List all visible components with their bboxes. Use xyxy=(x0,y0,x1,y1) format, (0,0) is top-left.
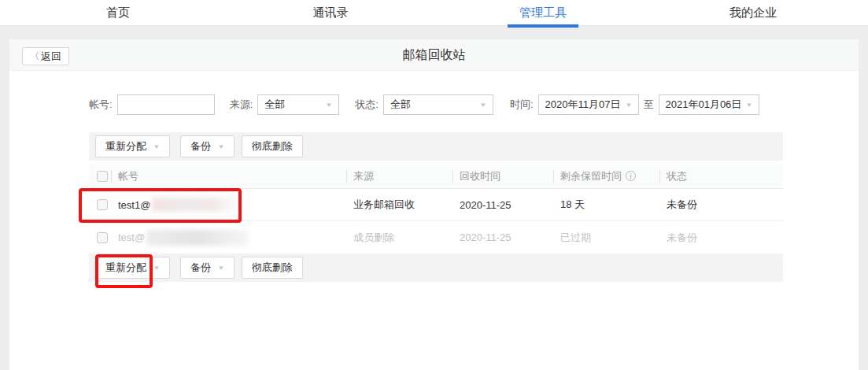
date-range-separator: 至 xyxy=(644,98,654,112)
chevron-down-icon: ▼ xyxy=(479,102,487,109)
purge-button-label: 彻底删除 xyxy=(252,261,293,275)
cell-retention: 18 天 xyxy=(553,198,659,212)
chevron-down-icon: ▼ xyxy=(153,143,161,150)
cell-source: 成员删除 xyxy=(346,231,452,245)
cell-recycle-time: 2020-11-25 xyxy=(452,231,553,243)
page-title: 邮箱回收站 xyxy=(9,39,859,71)
header-status: 状态 xyxy=(659,164,783,188)
account-filter-label: 帐号: xyxy=(89,98,113,112)
table-row: test@ 成员删除 2020-11-25 已过期 未备份 xyxy=(89,221,783,253)
date-to-value: 2021年01月06日 xyxy=(666,98,742,112)
header-retention: 剩余保留时间 i xyxy=(553,164,659,188)
purge-button[interactable]: 彻底删除 xyxy=(242,135,303,157)
cell-status: 未备份 xyxy=(659,198,783,212)
backup-button-label: 备份 xyxy=(190,261,211,275)
toolbar-top: 重新分配 ▼ 备份 ▼ 彻底删除 xyxy=(89,132,783,161)
back-chevron-icon: 〈 xyxy=(30,48,39,65)
nav-item-my-enterprise[interactable]: 我的企业 xyxy=(729,0,777,26)
account-text: test@ xyxy=(118,231,145,243)
header-recycle-time: 回收时间 xyxy=(452,164,553,188)
select-all-checkbox[interactable] xyxy=(97,171,108,182)
source-filter-value: 全部 xyxy=(264,98,285,112)
backup-button-label: 备份 xyxy=(190,139,211,154)
filter-bar: 帐号: 来源: 全部 ▼ 状态: 全部 ▼ 时间: 2020年11月07日 ▼ … xyxy=(89,93,759,117)
back-button[interactable]: 〈 返回 xyxy=(22,47,69,65)
reassign-button[interactable]: 重新分配 ▼ xyxy=(95,135,170,157)
back-button-label: 返回 xyxy=(41,48,61,65)
reassign-button-label: 重新分配 xyxy=(105,139,146,154)
main-panel: 〈 返回 邮箱回收站 帐号: 来源: 全部 ▼ 状态: 全部 ▼ 时间: 202… xyxy=(9,39,859,370)
chevron-down-icon: ▼ xyxy=(217,265,225,272)
cell-account: test@ xyxy=(111,230,346,246)
time-filter-label: 时间: xyxy=(510,98,534,112)
date-from-value: 2020年11月07日 xyxy=(545,98,621,112)
table-row: test1@ 业务邮箱回收 2020-11-25 18 天 未备份 xyxy=(89,189,783,221)
nav-item-admin-tools[interactable]: 管理工具 xyxy=(519,0,567,26)
source-filter-label: 来源: xyxy=(230,98,253,112)
table-header-row: 帐号 来源 回收时间 剩余保留时间 i 状态 xyxy=(89,164,783,189)
backup-button[interactable]: 备份 ▼ xyxy=(180,257,235,279)
chevron-down-icon: ▼ xyxy=(153,265,161,272)
cell-account: test1@ xyxy=(111,198,346,212)
reassign-button-label: 重新分配 xyxy=(105,261,146,275)
header-retention-label: 剩余保留时间 xyxy=(560,169,622,183)
panel-header: 〈 返回 邮箱回收站 xyxy=(9,39,859,71)
row-checkbox[interactable] xyxy=(97,199,108,210)
chevron-down-icon: ▼ xyxy=(326,102,334,109)
status-filter-select[interactable]: 全部 ▼ xyxy=(383,94,493,115)
backup-button[interactable]: 备份 ▼ xyxy=(180,135,235,157)
redacted-domain xyxy=(152,198,237,212)
purge-button-label: 彻底删除 xyxy=(252,139,293,154)
cell-recycle-time: 2020-11-25 xyxy=(452,199,553,211)
account-text: test1@ xyxy=(118,199,150,211)
purge-button[interactable]: 彻底删除 xyxy=(242,257,303,279)
info-icon[interactable]: i xyxy=(626,171,636,181)
cell-status: 未备份 xyxy=(659,231,783,245)
top-nav: 首页 通讯录 管理工具 我的企业 xyxy=(0,0,868,26)
active-tab-underline xyxy=(508,24,578,28)
toolbar-bottom: 重新分配 ▼ 备份 ▼ 彻底删除 xyxy=(89,253,783,282)
chevron-down-icon: ▼ xyxy=(745,102,753,109)
header-account: 帐号 xyxy=(111,164,346,188)
nav-item-admin-tools-label: 管理工具 xyxy=(519,6,567,19)
nav-item-contacts[interactable]: 通讯录 xyxy=(313,0,349,26)
row-select-cell xyxy=(89,199,111,210)
redacted-domain xyxy=(146,230,249,246)
date-to-select[interactable]: 2021年01月06日 ▼ xyxy=(659,94,759,115)
reassign-button[interactable]: 重新分配 ▼ xyxy=(95,257,170,279)
row-checkbox[interactable] xyxy=(97,232,108,243)
chevron-down-icon: ▼ xyxy=(625,102,633,109)
cell-source: 业务邮箱回收 xyxy=(346,198,452,212)
nav-item-home[interactable]: 首页 xyxy=(106,0,130,26)
select-all-cell xyxy=(89,164,111,188)
cell-retention: 已过期 xyxy=(553,231,659,245)
row-select-cell xyxy=(89,232,111,243)
chevron-down-icon: ▼ xyxy=(217,143,225,150)
account-filter-input[interactable] xyxy=(117,94,215,115)
status-filter-value: 全部 xyxy=(390,98,411,112)
status-filter-label: 状态: xyxy=(355,98,379,112)
header-source: 来源 xyxy=(346,164,452,188)
date-from-select[interactable]: 2020年11月07日 ▼ xyxy=(538,94,639,115)
source-filter-select[interactable]: 全部 ▼ xyxy=(257,94,339,115)
